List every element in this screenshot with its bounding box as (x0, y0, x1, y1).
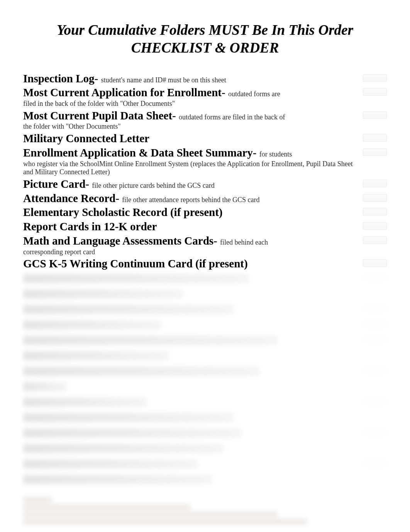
item-text: Enrollment Application & Data Sheet Summ… (23, 146, 363, 177)
blurred-row (23, 441, 387, 456)
checkbox[interactable] (363, 304, 387, 312)
checkbox[interactable] (363, 180, 387, 187)
blurred-row (23, 287, 387, 301)
checkbox[interactable] (363, 428, 387, 436)
blurred-row (23, 318, 387, 332)
item-note-continued: filed in the back of the folder with "Ot… (23, 100, 358, 108)
dash: - (172, 109, 179, 122)
item-note: for students (259, 150, 292, 158)
blurred-row (23, 426, 387, 440)
dash: - (222, 86, 228, 99)
item-text: Math and Language Assessments Cards- fil… (23, 234, 363, 256)
blurred-text-line (23, 320, 161, 330)
checklist-row: Elementary Scholastic Record (if present… (23, 206, 387, 219)
blurred-footnote-section (23, 497, 387, 525)
blurred-footnote-line (23, 504, 190, 510)
item-text: Attendance Record- file other attendance… (23, 192, 363, 205)
blurred-text-line (23, 444, 223, 453)
blurred-footnote-line (23, 512, 278, 517)
blurred-text-line (23, 475, 212, 484)
item-title: Enrollment Application & Data Sheet Summ… (23, 146, 253, 159)
checklist-row: GCS K-5 Writing Continuum Card (if prese… (23, 257, 387, 270)
checkbox[interactable] (363, 459, 387, 467)
checklist-row: Inspection Log- student's name and ID# m… (23, 72, 387, 85)
blurred-text-line (23, 351, 169, 360)
checkbox[interactable] (363, 397, 387, 405)
checklist-row: Math and Language Assessments Cards- fil… (23, 234, 387, 256)
item-title: Picture Card (23, 178, 85, 190)
dash: - (95, 72, 101, 85)
item-note: outdated forms are filed in the back of (179, 113, 285, 121)
blurred-text-line (23, 398, 147, 407)
item-note-continued: corresponding report card (23, 248, 358, 257)
checkbox[interactable] (363, 111, 387, 119)
blurred-text-line (23, 367, 259, 376)
item-note: file other attendance reports behind the… (122, 196, 259, 204)
blurred-content-section (23, 271, 387, 487)
item-note-continued: who register via the SchoolMint Online E… (23, 160, 358, 177)
item-text: Military Connected Letter (23, 132, 363, 145)
blurred-row (23, 271, 387, 286)
checklist-row: Picture Card- file other picture cards b… (23, 177, 387, 191)
dash: - (213, 235, 220, 247)
dash: - (115, 192, 122, 204)
blurred-text-line (23, 428, 241, 438)
item-text: Most Current Application for Enrollment-… (23, 86, 363, 108)
title-line-1: Your Cumulative Folders MUST Be In This … (19, 21, 391, 39)
blurred-row (23, 302, 387, 317)
checkbox[interactable] (363, 335, 387, 343)
blurred-row (23, 379, 387, 394)
item-title: Most Current Pupil Data Sheet (23, 109, 172, 122)
dash: - (85, 178, 92, 190)
item-title: Inspection Log (23, 72, 95, 85)
checkbox[interactable] (363, 320, 387, 328)
checklist-content: Inspection Log- student's name and ID# m… (23, 72, 387, 525)
item-title: Most Current Application for Enrollment (23, 86, 222, 99)
blurred-footnote-line (23, 497, 52, 503)
item-text: Most Current Pupil Data Sheet- outdated … (23, 109, 363, 131)
item-title: Elementary Scholastic Record (if present… (23, 206, 223, 218)
checklist-row: Most Current Application for Enrollment-… (23, 86, 387, 108)
blurred-row (23, 333, 387, 348)
checkbox[interactable] (363, 88, 387, 96)
item-note-continued: the folder with "Other Documents" (23, 122, 358, 131)
checkbox[interactable] (363, 148, 387, 156)
checkbox[interactable] (363, 222, 387, 230)
item-text: Elementary Scholastic Record (if present… (23, 206, 363, 219)
checkbox[interactable] (363, 366, 387, 374)
item-title: GCS K-5 Writing Continuum Card (if prese… (23, 257, 248, 270)
checklist-row: Most Current Pupil Data Sheet- outdated … (23, 109, 387, 131)
blurred-text-line (23, 382, 67, 391)
blurred-row (23, 410, 387, 425)
item-text: Picture Card- file other picture cards b… (23, 177, 363, 191)
blurred-text-line (23, 336, 278, 345)
item-note: file other picture cards behind the GCS … (92, 182, 214, 189)
item-text: Inspection Log- student's name and ID# m… (23, 72, 363, 85)
checkbox[interactable] (363, 274, 387, 281)
item-note: filed behind each (220, 238, 268, 246)
checkbox[interactable] (363, 208, 387, 216)
blurred-row (23, 472, 387, 487)
checkbox[interactable] (363, 194, 387, 202)
title-line-2: CHECKLIST & ORDER (19, 39, 391, 57)
blurred-row (23, 395, 387, 410)
checklist-row: Enrollment Application & Data Sheet Summ… (23, 146, 387, 177)
checkbox[interactable] (363, 74, 387, 82)
item-note: outdated forms are (228, 90, 280, 98)
dash: - (253, 146, 259, 159)
item-text: GCS K-5 Writing Continuum Card (if prese… (23, 257, 363, 270)
item-title: Attendance Record (23, 192, 115, 204)
item-title: Math and Language Assessments Cards (23, 235, 213, 247)
checklist-row: Military Connected Letter (23, 132, 387, 145)
blurred-footnote-line (23, 519, 307, 525)
blurred-text-line (23, 274, 249, 283)
checklist-row: Attendance Record- file other attendance… (23, 192, 387, 205)
item-note: student's name and ID# must be on this s… (101, 76, 226, 84)
checkbox[interactable] (363, 134, 387, 142)
checkbox[interactable] (363, 236, 387, 244)
item-title: Military Connected Letter (23, 132, 149, 144)
blurred-row (23, 364, 387, 379)
blurred-row (23, 457, 387, 471)
checkbox[interactable] (363, 259, 387, 267)
item-title: Report Cards in 12-K order (23, 220, 157, 233)
